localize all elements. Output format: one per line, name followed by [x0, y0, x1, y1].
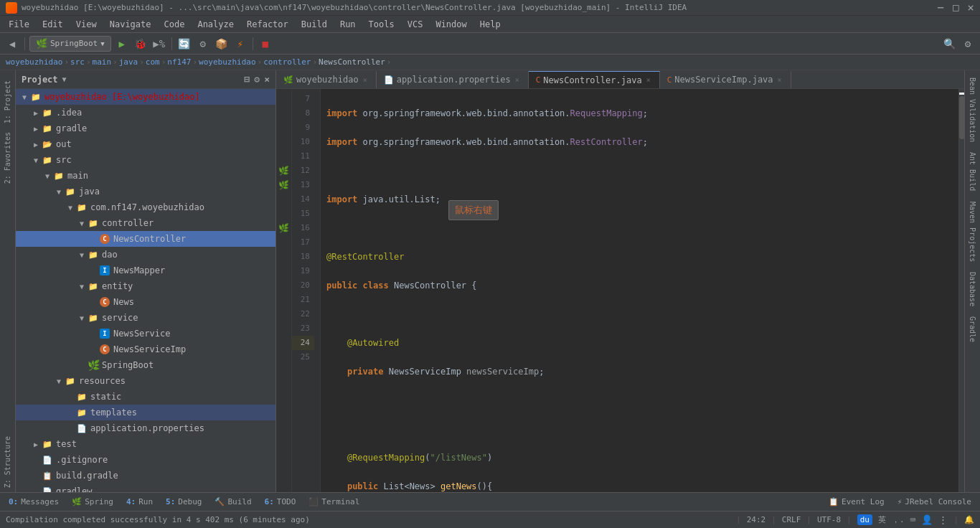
menu-view[interactable]: View	[70, 18, 103, 31]
menu-edit[interactable]: Edit	[37, 18, 69, 31]
sidebar-content[interactable]: ▼ 📁 woyebuzhidao [E:\woyebuzhidao] ▶ 📁 .…	[16, 89, 275, 492]
tree-item-newsmapper[interactable]: ▶ I NewsMapper	[16, 263, 275, 278]
run-tab[interactable]: 4: Run	[121, 494, 159, 510]
debug-tab[interactable]: 5: Debug	[160, 494, 207, 510]
messages-tab[interactable]: 0: Messages	[3, 494, 65, 510]
close-tab-appprops[interactable]: ×	[514, 75, 521, 85]
tree-item-test[interactable]: ▶ 📁 test	[16, 436, 275, 452]
stop-button[interactable]: ■	[258, 36, 273, 52]
breadcrumb-main[interactable]: main	[93, 57, 112, 67]
close-tab-newscontroller[interactable]: ×	[645, 75, 652, 85]
tree-item-newsservice[interactable]: ▶ I NewsService	[16, 326, 275, 341]
tree-item-out[interactable]: ▶ 📂 out	[16, 136, 275, 152]
menu-window[interactable]: Window	[430, 18, 472, 31]
tab-application-properties[interactable]: 📄 application.properties ×	[377, 71, 529, 88]
code-content[interactable]: 🌿 🌿 🌿	[276, 89, 964, 492]
gradle-button[interactable]: Gradle	[967, 312, 978, 346]
debug-button[interactable]: 🐞	[133, 36, 149, 52]
database-button[interactable]: Database	[967, 268, 978, 311]
favorites-tool-button[interactable]: 2: Favorites	[2, 128, 13, 188]
tree-item-appprops[interactable]: ▶ 📄 application.properties	[16, 420, 275, 436]
menu-code[interactable]: Code	[159, 18, 191, 31]
menu-tools[interactable]: Tools	[363, 18, 400, 31]
notifications-icon[interactable]: 🔔	[964, 515, 974, 524]
status-encoding[interactable]: UTF-8	[817, 515, 841, 524]
tree-item-entity[interactable]: ▼ 📁 entity	[16, 278, 275, 294]
code-text[interactable]: import org.springframework.web.bind.anno…	[321, 89, 958, 492]
settings-button[interactable]: ⚙	[195, 36, 211, 52]
tree-item-com-package[interactable]: ▼ 📁 com.nf147.woyebuzhidao	[16, 199, 275, 215]
todo-tab[interactable]: 6: TODO	[259, 494, 302, 510]
menu-help[interactable]: Help	[474, 18, 507, 31]
close-tab-newsserviceimp[interactable]: ×	[776, 75, 783, 85]
maven-projects-button[interactable]: 📦	[214, 36, 230, 52]
spring-tab[interactable]: 🌿 Spring	[66, 494, 119, 510]
menu-analyze[interactable]: Analyze	[192, 18, 240, 31]
terminal-tab[interactable]: ⬛ Terminal	[303, 494, 365, 510]
breadcrumb-controller[interactable]: controller	[263, 57, 311, 67]
breadcrumb-src[interactable]: src	[70, 57, 85, 67]
breadcrumb-nf147[interactable]: nf147	[167, 57, 191, 67]
tree-item-resources[interactable]: ▼ 📁 resources	[16, 373, 275, 389]
breadcrumb-com[interactable]: com	[146, 57, 160, 67]
settings-sidebar-button[interactable]: ⚙	[254, 74, 260, 85]
tab-newscontroller-java[interactable]: C NewsController.java ×	[529, 71, 660, 88]
maximize-button[interactable]: □	[953, 2, 958, 14]
scrollbar-thumb[interactable]	[959, 96, 964, 139]
minimize-button[interactable]: −	[937, 2, 944, 14]
tab-woyebuzhidao[interactable]: 🌿 woyebuzhidao ×	[276, 71, 377, 88]
tree-item-gradle[interactable]: ▶ 📁 gradle	[16, 121, 275, 136]
tree-item-newsserviceimp[interactable]: ▶ C NewsServiceImp	[16, 341, 275, 357]
breadcrumb-newscontroller[interactable]: NewsController	[319, 57, 385, 67]
ime-punctuation-indicator[interactable]: ，.	[892, 514, 905, 525]
tree-item-java[interactable]: ▼ 📁 java	[16, 184, 275, 199]
tree-item-buildgradle[interactable]: ▶ 📋 build.gradle	[16, 468, 275, 484]
status-line-sep[interactable]: CRLF	[782, 515, 801, 524]
maven-projects-button-right[interactable]: Maven Projects	[967, 197, 978, 266]
tree-item-static[interactable]: ▶ 📁 static	[16, 389, 275, 405]
breadcrumb-java[interactable]: java	[119, 57, 138, 67]
structure-tool-button[interactable]: Z: Structure	[2, 432, 13, 492]
settings-gear-button[interactable]: ⚙	[960, 36, 976, 52]
breadcrumb-woyebuzhidao[interactable]: woyebuzhidao	[199, 57, 255, 67]
event-log-tab[interactable]: 📋 Event Log	[823, 494, 890, 510]
ime-user-icon[interactable]: 👤	[921, 514, 933, 525]
menu-navigate[interactable]: Navigate	[104, 18, 157, 31]
breadcrumb-item[interactable]: woyebuzhidao	[6, 57, 62, 67]
ime-menu-icon[interactable]: ⋮	[938, 514, 948, 525]
jrebel-console-tab[interactable]: ⚡ JRebel Console	[892, 494, 977, 510]
tree-item-main[interactable]: ▼ 📁 main	[16, 168, 275, 184]
jrebel-button[interactable]: ⚡	[232, 36, 248, 52]
run-with-coverage-button[interactable]: ▶%	[151, 36, 167, 52]
menu-build[interactable]: Build	[296, 18, 333, 31]
toolbar-back-button[interactable]: ◀	[4, 36, 20, 52]
menu-vcs[interactable]: VCS	[402, 18, 429, 31]
menu-file[interactable]: File	[3, 18, 35, 31]
tree-item-newscontroller[interactable]: ▶ C NewsController	[16, 231, 275, 247]
status-position[interactable]: 24:2	[747, 515, 766, 524]
collapse-all-button[interactable]: ⊟	[245, 74, 250, 85]
tree-item-dao[interactable]: ▼ 📁 dao	[16, 247, 275, 263]
ime-lang-indicator[interactable]: 英	[878, 514, 886, 525]
run-button[interactable]: ▶	[114, 36, 130, 52]
menu-refactor[interactable]: Refactor	[241, 18, 294, 31]
close-button[interactable]: ×	[967, 2, 974, 14]
tree-item-springboot[interactable]: ▶ 🌿 SpringBoot	[16, 357, 275, 373]
tab-newsserviceimp-java[interactable]: C NewsServiceImp.java ×	[660, 71, 791, 88]
tree-item-gitignore[interactable]: ▶ 📄 .gitignore	[16, 452, 275, 468]
tree-item-woyebuzhidao[interactable]: ▼ 📁 woyebuzhidao [E:\woyebuzhidao]	[16, 89, 275, 105]
baidu-ime-icon[interactable]: du	[857, 514, 872, 525]
run-config-dropdown[interactable]: 🌿 SpringBoot ▼	[29, 36, 111, 52]
ant-build-button[interactable]: Ant Build	[967, 148, 978, 195]
search-everywhere-button[interactable]: 🔍	[941, 36, 957, 52]
editor-scrollbar[interactable]	[958, 89, 964, 492]
tree-item-idea[interactable]: ▶ 📁 .idea	[16, 105, 275, 121]
tree-item-service[interactable]: ▼ 📁 service	[16, 310, 275, 326]
close-tab-woyebuzhidao[interactable]: ×	[362, 75, 369, 85]
ime-keyboard-icon[interactable]: ⌨	[910, 514, 916, 525]
code-editor[interactable]: 🌿 🌿 🌿	[276, 89, 964, 492]
tree-item-templates[interactable]: ▶ 📁 templates	[16, 405, 275, 420]
update-button[interactable]: 🔄	[176, 36, 192, 52]
tree-item-src[interactable]: ▼ 📁 src	[16, 152, 275, 168]
hide-sidebar-button[interactable]: ×	[264, 74, 270, 85]
